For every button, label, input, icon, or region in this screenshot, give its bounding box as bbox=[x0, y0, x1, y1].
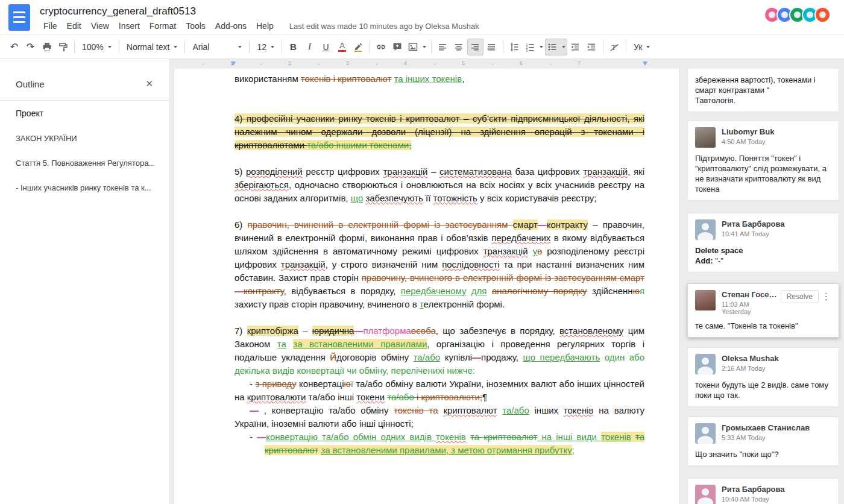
increase-indent-button[interactable] bbox=[584, 39, 600, 55]
style-value: Normal text bbox=[127, 42, 170, 52]
add-comment-button[interactable] bbox=[389, 39, 406, 55]
text-run: що передбачають bbox=[523, 352, 600, 362]
google-docs-app: cryptocurrency_general_draft0513 FileEdi… bbox=[0, 0, 844, 504]
text-run: 4) професійні учасники ринку токенів і к… bbox=[235, 113, 644, 150]
comment-card[interactable]: Oleksa Mushak2:16 AM Todayтокени будуть … bbox=[687, 347, 839, 407]
text-run: токенів та bbox=[394, 405, 438, 415]
outline-item-0[interactable]: Проект bbox=[0, 101, 169, 126]
bold-icon: B bbox=[290, 42, 297, 51]
menu-format[interactable]: Format bbox=[145, 19, 181, 33]
font-select[interactable]: Arial bbox=[188, 39, 246, 55]
comment-card[interactable]: Liubomyr Buk4:50 AM TodayПідтримую. Поня… bbox=[687, 121, 839, 201]
comment-meta: Степан Госедло11:03 AM Yesterday bbox=[722, 290, 778, 315]
user-photo-avatar bbox=[695, 127, 716, 148]
zoom-select[interactable]: 100% bbox=[78, 39, 116, 55]
align-right-button[interactable] bbox=[467, 39, 483, 55]
comment-header: Рита Барбарова10:40 AM Today bbox=[695, 485, 831, 504]
align-right-icon bbox=[470, 42, 480, 52]
bulleted-list-button[interactable] bbox=[545, 39, 567, 55]
menu-add-ons[interactable]: Add-ons bbox=[210, 19, 251, 33]
last-edit-status[interactable]: Last edit was made 10 minutes ago by Ole… bbox=[289, 22, 479, 31]
collaborator-avatar[interactable] bbox=[814, 7, 831, 23]
undo-button[interactable]: ↶ bbox=[6, 39, 22, 55]
image-icon bbox=[408, 42, 418, 52]
highlight-color-button[interactable] bbox=[350, 39, 367, 55]
text-run: на інші види bbox=[537, 432, 601, 442]
text-run: криптовалюти bbox=[247, 392, 306, 402]
clear-formatting-button[interactable]: T bbox=[606, 39, 623, 55]
user-photo-avatar bbox=[695, 290, 716, 310]
comment-card[interactable]: Громыхаев Станислав5:33 AM TodayЩо значи… bbox=[687, 417, 839, 466]
decrease-indent-button[interactable] bbox=[567, 39, 584, 55]
zoom-value: 100% bbox=[82, 42, 104, 52]
print-button[interactable] bbox=[39, 39, 55, 55]
text-run bbox=[497, 405, 503, 415]
text-run: токени будуть ще 2 видів. саме тому поки… bbox=[695, 380, 828, 400]
text-run: , у строго визначеній ним bbox=[326, 259, 442, 269]
paint-format-icon bbox=[58, 42, 69, 52]
line-spacing-button[interactable] bbox=[506, 39, 523, 55]
underline-button[interactable]: U bbox=[318, 39, 334, 55]
text-run: аналогічному порядку bbox=[492, 286, 587, 296]
right-indent-marker[interactable] bbox=[643, 61, 647, 66]
outline-item-3[interactable]: - Інших учасників ринку токенів та к... bbox=[0, 175, 169, 200]
menu-tools[interactable]: Tools bbox=[181, 19, 210, 33]
comments-rail: збереження вартості), токенами і смарт к… bbox=[680, 69, 844, 504]
bold-button[interactable]: B bbox=[285, 39, 301, 55]
input-tools-select[interactable]: Ук bbox=[629, 39, 654, 55]
paragraph-style-select[interactable]: Normal text bbox=[122, 39, 182, 55]
menu-help[interactable]: Help bbox=[251, 19, 279, 33]
doc-text: використанням токенів і криптовалют та і… bbox=[235, 72, 644, 457]
line-spacing-icon bbox=[509, 42, 520, 52]
paint-format-button[interactable] bbox=[55, 39, 71, 55]
insert-link-button[interactable] bbox=[373, 39, 389, 55]
comment-card[interactable]: Рита Барбарова10:41 AM TodayDelete space… bbox=[687, 213, 839, 272]
text-run: забезпечують bbox=[365, 193, 423, 203]
text-run: база цифрових bbox=[512, 166, 583, 177]
numbered-list-button[interactable]: 123 bbox=[523, 39, 545, 55]
outline-item-2[interactable]: Стаття 5. Повноваження Регулятора... bbox=[0, 151, 169, 175]
comment-meta: Liubomyr Buk4:50 AM Today bbox=[722, 127, 831, 145]
ruler-tick bbox=[203, 64, 204, 65]
outline-item-1[interactable]: ЗАКОН УКРАЇНИ bbox=[0, 126, 169, 151]
header-main: cryptocurrency_general_draft0513 FileEdi… bbox=[39, 4, 767, 33]
align-center-button[interactable] bbox=[451, 39, 467, 55]
text-run: та/або bbox=[502, 405, 529, 415]
document-title[interactable]: cryptocurrency_general_draft0513 bbox=[40, 5, 767, 17]
text-run bbox=[466, 432, 470, 442]
menu-edit[interactable]: Edit bbox=[62, 19, 86, 33]
toolbar-separator bbox=[626, 40, 626, 54]
docs-logo-icon[interactable] bbox=[8, 4, 30, 31]
comment-author: Рита Барбарова bbox=[722, 219, 831, 228]
menu-view[interactable]: View bbox=[86, 19, 114, 33]
text-run: – bbox=[427, 166, 439, 177]
italic-button[interactable]: I bbox=[301, 39, 318, 55]
redo-button[interactable]: ↷ bbox=[22, 39, 39, 55]
menu-file[interactable]: File bbox=[39, 19, 62, 33]
align-justify-button[interactable] bbox=[483, 39, 500, 55]
resolve-button[interactable]: Resolve bbox=[781, 290, 819, 303]
text-run: контракту bbox=[547, 219, 588, 230]
comment-card[interactable]: Рита Барбарова10:40 AM TodayReplace: "і"… bbox=[687, 478, 839, 504]
toolbar-separator bbox=[603, 40, 603, 54]
ruler-number: 3 bbox=[346, 60, 349, 66]
left-indent-marker[interactable] bbox=[231, 61, 236, 66]
menu-insert[interactable]: Insert bbox=[114, 19, 145, 33]
comment-header: Рита Барбарова10:41 AM Today bbox=[695, 219, 831, 240]
text-color-button[interactable]: A bbox=[334, 39, 350, 55]
text-run: за встановленими правилами, з метою отри… bbox=[321, 445, 535, 455]
app-header: cryptocurrency_general_draft0513 FileEdi… bbox=[0, 0, 844, 34]
align-left-button[interactable] bbox=[435, 39, 451, 55]
comment-card[interactable]: Степан Госедло11:03 AM YesterdayResolve⋮… bbox=[687, 283, 839, 338]
toolbar-separator bbox=[119, 40, 119, 54]
font-size-select[interactable]: 12 bbox=[253, 39, 279, 55]
text-run: та криптовалют bbox=[470, 432, 537, 442]
kebab-menu-icon[interactable]: ⋮ bbox=[819, 291, 831, 302]
comment-card[interactable]: збереження вартості), токенами і смарт к… bbox=[687, 69, 839, 112]
document-page[interactable]: використанням токенів і криптовалют та і… bbox=[174, 69, 680, 504]
insert-image-button[interactable] bbox=[406, 39, 428, 55]
text-run: передбачених bbox=[491, 233, 550, 243]
close-outline-button[interactable]: ✕ bbox=[143, 77, 156, 90]
text-run: — bbox=[235, 286, 244, 296]
text-color-icon: A bbox=[338, 42, 346, 52]
